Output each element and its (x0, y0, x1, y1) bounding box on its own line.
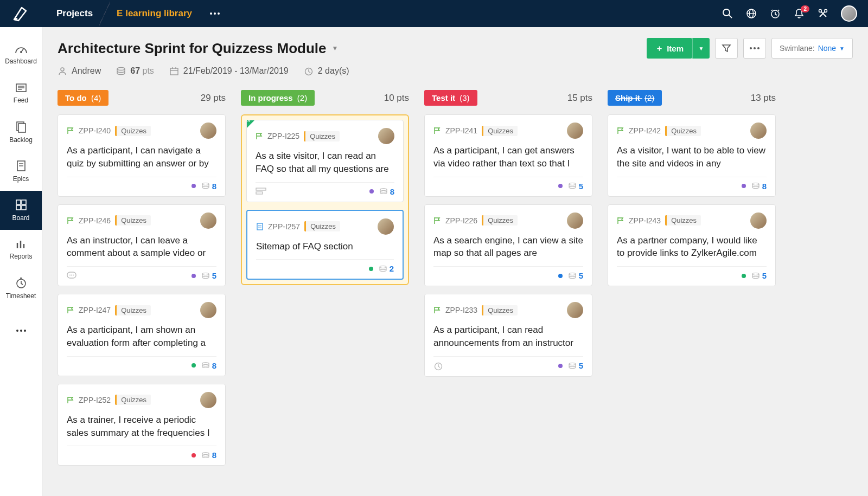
dates-text: 21/Feb/2019 - 13/Mar/2019 (183, 66, 289, 76)
swimlane-label: Swimlane: (780, 44, 815, 53)
sidebar-epics[interactable]: Epics (0, 152, 42, 191)
filter-icon[interactable] (715, 38, 738, 59)
card-tag[interactable]: Quizzes (115, 305, 151, 315)
card-tag[interactable]: Quizzes (482, 305, 518, 315)
card-title: As a site visitor, I can read an FAQ so … (256, 150, 394, 176)
duration-text: 2 day(s) (318, 66, 349, 76)
card[interactable]: ZPP-I252 Quizzes As a trainer, I receive… (58, 384, 226, 466)
nav-more-icon[interactable] (204, 0, 226, 27)
assignee-avatar[interactable] (567, 212, 583, 229)
sprint-meta: Andrew 67 pts 21/Feb/2019 - 13/Mar/2019 … (58, 66, 853, 76)
svg-point-49 (380, 266, 386, 268)
clock-icon[interactable] (769, 8, 781, 20)
board-column: To do (4) 29 pts ZPP-I240 Quizzes As a p… (58, 90, 226, 466)
card[interactable]: ZPP-I246 Quizzes As an instructor, I can… (58, 204, 226, 287)
flag-icon (433, 306, 441, 314)
card-header: ZPP-I226 Quizzes (433, 212, 583, 229)
card-tag[interactable]: Quizzes (482, 126, 518, 136)
cards-container: ZPP-I242 Quizzes As a visitor, I want to… (608, 114, 776, 286)
assignee-avatar[interactable] (200, 123, 216, 139)
card-points: 5 (568, 271, 583, 280)
card[interactable]: ZPP-I257 Quizzes Sitemap of FAQ section … (246, 210, 404, 280)
assignee-avatar[interactable] (567, 302, 583, 318)
card-tag[interactable]: Quizzes (115, 126, 151, 136)
card-header: ZPP-I233 Quizzes (433, 302, 583, 318)
nav-library[interactable]: E learning library (105, 0, 204, 27)
nav-projects[interactable]: Projects (44, 0, 105, 27)
sidebar: Dashboard Feed Backlog Epics Board Repor… (0, 27, 42, 496)
card[interactable]: ZPP-I240 Quizzes As a participant, I can… (58, 114, 226, 197)
card-id: ZPP-I247 (79, 306, 111, 314)
swimlane-selector[interactable]: Swimlane: None ▼ (771, 38, 853, 59)
sidebar-timesheet[interactable]: Timesheet (0, 269, 42, 308)
card[interactable]: ZPP-I226 Quizzes As a search engine, I c… (424, 204, 592, 287)
svg-rect-20 (22, 200, 26, 204)
globe-icon[interactable] (745, 8, 757, 20)
sprint-title[interactable]: Architecture Sprint for Quizzess Module … (58, 40, 338, 57)
card-header: ZPP-I241 Quizzes (433, 123, 583, 139)
card[interactable]: ZPP-I225 Quizzes As a site visitor, I ca… (246, 120, 404, 202)
svg-rect-44 (256, 192, 263, 194)
assignee-avatar[interactable] (567, 123, 583, 139)
sidebar-reports[interactable]: Reports (0, 230, 42, 269)
card[interactable]: ZPP-I247 Quizzes As a participant, I am … (58, 294, 226, 376)
card-footer-icon[interactable] (256, 188, 266, 195)
more-icon[interactable] (743, 38, 766, 59)
card[interactable]: ZPP-I242 Quizzes As a visitor, I want to… (608, 114, 776, 197)
column-chip[interactable]: Test it (3) (424, 90, 477, 106)
card-footer-icon[interactable] (433, 361, 443, 371)
card-tag[interactable]: Quizzes (115, 395, 151, 405)
svg-rect-22 (22, 205, 26, 210)
tools-icon[interactable] (817, 8, 829, 20)
assignee-avatar[interactable] (750, 123, 767, 139)
sidebar-backlog[interactable]: Backlog (0, 113, 42, 152)
assignee-avatar[interactable] (378, 128, 394, 144)
card-id: ZPP-I252 (79, 396, 111, 404)
card-tag[interactable]: Quizzes (482, 215, 518, 226)
add-item-button[interactable]: ＋Item (647, 38, 692, 59)
flag-icon (617, 127, 624, 134)
flag-icon (617, 217, 624, 224)
card-tag[interactable]: Quizzes (665, 215, 701, 226)
column-chip[interactable]: In progress (2) (241, 90, 315, 106)
column-chip[interactable]: To do (4) (58, 90, 108, 106)
app-logo-icon[interactable] (11, 4, 29, 23)
clock-icon (304, 66, 314, 76)
svg-point-50 (569, 183, 576, 185)
card-points: 8 (751, 182, 767, 191)
card-title: As an instructor, I can leave a comment … (67, 234, 216, 260)
sidebar-dashboard[interactable]: Dashboard (0, 35, 42, 74)
card[interactable]: ZPP-I233 Quizzes As a participant, I can… (424, 294, 592, 377)
svg-point-42 (202, 452, 209, 454)
assignee-avatar[interactable] (750, 212, 767, 229)
column-chip[interactable]: Ship it (2) (608, 90, 662, 106)
card-header: ZPP-I225 Quizzes (256, 128, 394, 144)
card-points: 5 (751, 271, 767, 280)
card-title: As a participant, I can read announcemen… (433, 324, 583, 350)
assignee-avatar[interactable] (378, 218, 394, 235)
sidebar-more-icon[interactable] (0, 311, 42, 350)
sprint-duration: 2 day(s) (304, 66, 349, 76)
column-name: Ship it (615, 93, 640, 102)
card-tag[interactable]: Quizzes (665, 126, 701, 136)
assignee-avatar[interactable] (200, 212, 216, 229)
card[interactable]: ZPP-I243 Quizzes As a partner company, I… (608, 204, 776, 287)
sprint-owner[interactable]: Andrew (58, 66, 101, 76)
card[interactable]: ZPP-I241 Quizzes As a participant, I can… (424, 114, 592, 197)
sidebar-feed[interactable]: Feed (0, 74, 42, 113)
assignee-avatar[interactable] (200, 302, 216, 318)
add-item-dropdown[interactable]: ▼ (692, 38, 710, 59)
sidebar-board[interactable]: Board (0, 191, 42, 230)
card-tag[interactable]: Quizzes (304, 131, 340, 141)
column-name: Test it (432, 93, 455, 102)
search-icon[interactable] (722, 8, 733, 20)
card-tag[interactable]: Quizzes (115, 215, 151, 226)
bell-icon[interactable]: 2 (793, 8, 805, 20)
user-avatar[interactable] (841, 5, 857, 22)
card-footer-icon[interactable] (67, 272, 76, 280)
card-tag[interactable]: Quizzes (304, 221, 340, 231)
column-header: Ship it (2) 13 pts (608, 90, 776, 106)
card-header: ZPP-I257 Quizzes (256, 218, 394, 235)
flag-icon (67, 396, 74, 404)
assignee-avatar[interactable] (200, 392, 216, 408)
